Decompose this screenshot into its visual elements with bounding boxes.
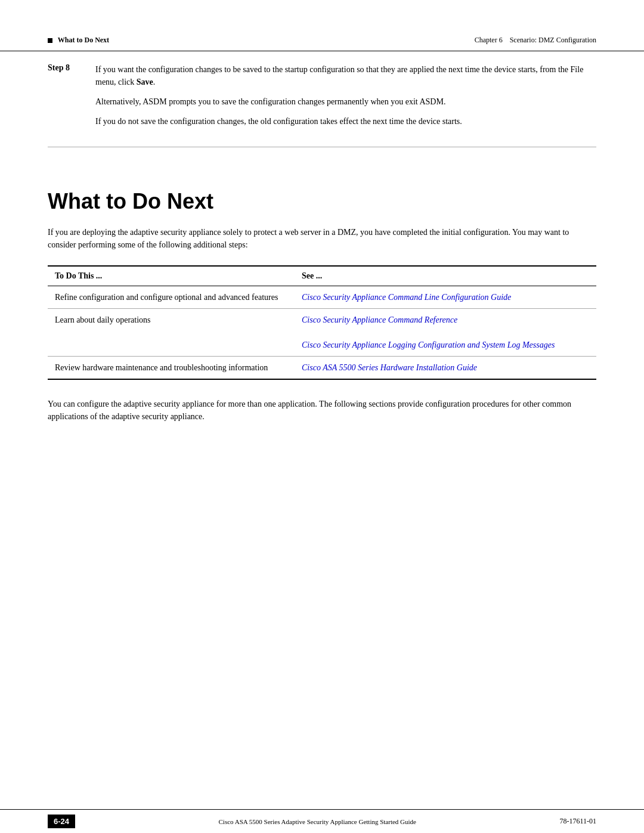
header-section-label: What to Do Next [48, 36, 109, 45]
col1-header: To Do This ... [48, 266, 295, 286]
link-logging-guide[interactable]: Cisco Security Appliance Logging Configu… [302, 340, 555, 349]
link-command-line-guide[interactable]: Cisco Security Appliance Command Line Co… [302, 293, 511, 302]
section-heading: What to Do Next [0, 189, 644, 214]
page: What to Do Next Chapter 6 Scenario: DMZ … [0, 0, 644, 833]
intro-paragraph: If you are deploying the adaptive securi… [0, 226, 644, 251]
step8-paragraph1: If you want the configuration changes to… [95, 63, 596, 88]
footer-doc-number: 78-17611-01 [559, 817, 596, 826]
table-header-row: To Do This ... See ... [48, 266, 596, 286]
todo-cell-3: Review hardware maintenance and troubles… [48, 357, 295, 380]
reference-table: To Do This ... See ... Refine configurat… [48, 265, 596, 380]
todo-cell-2: Learn about daily operations [48, 309, 295, 357]
table-row: Review hardware maintenance and troubles… [48, 357, 596, 380]
step-8-section: Step 8 If you want the configuration cha… [48, 63, 596, 147]
table-row: Refine configuration and configure optio… [48, 286, 596, 309]
see-cell-3: Cisco ASA 5500 Series Hardware Installat… [295, 357, 596, 380]
step8-save-word: Save [137, 78, 153, 86]
page-header: What to Do Next Chapter 6 Scenario: DMZ … [0, 0, 644, 51]
page-footer: 6-24 Cisco ASA 5500 Series Adaptive Secu… [0, 809, 644, 833]
main-content: Step 8 If you want the configuration cha… [0, 51, 644, 171]
see-cell-1: Cisco Security Appliance Command Line Co… [295, 286, 596, 309]
header-chapter: Chapter 6 Scenario: DMZ Configuration [475, 36, 596, 45]
link-command-reference[interactable]: Cisco Security Appliance Command Referen… [302, 315, 457, 324]
table-row: Learn about daily operations Cisco Secur… [48, 309, 596, 357]
link-hardware-guide[interactable]: Cisco ASA 5500 Series Hardware Installat… [302, 363, 477, 372]
step8-paragraph3: If you do not save the configuration cha… [95, 115, 596, 128]
footer-doc-title: Cisco ASA 5500 Series Adaptive Security … [75, 818, 559, 825]
bullet-icon [48, 38, 52, 43]
step-content: If you want the configuration changes to… [95, 63, 596, 135]
see-cell-2: Cisco Security Appliance Command Referen… [295, 309, 596, 357]
step-label: Step 8 [48, 63, 83, 135]
step8-paragraph2: Alternatively, ASDM prompts you to save … [95, 95, 596, 108]
col2-header: See ... [295, 266, 596, 286]
todo-cell-1: Refine configuration and configure optio… [48, 286, 295, 309]
page-number: 6-24 [48, 815, 75, 828]
closing-paragraph: You can configure the adaptive security … [0, 398, 644, 423]
